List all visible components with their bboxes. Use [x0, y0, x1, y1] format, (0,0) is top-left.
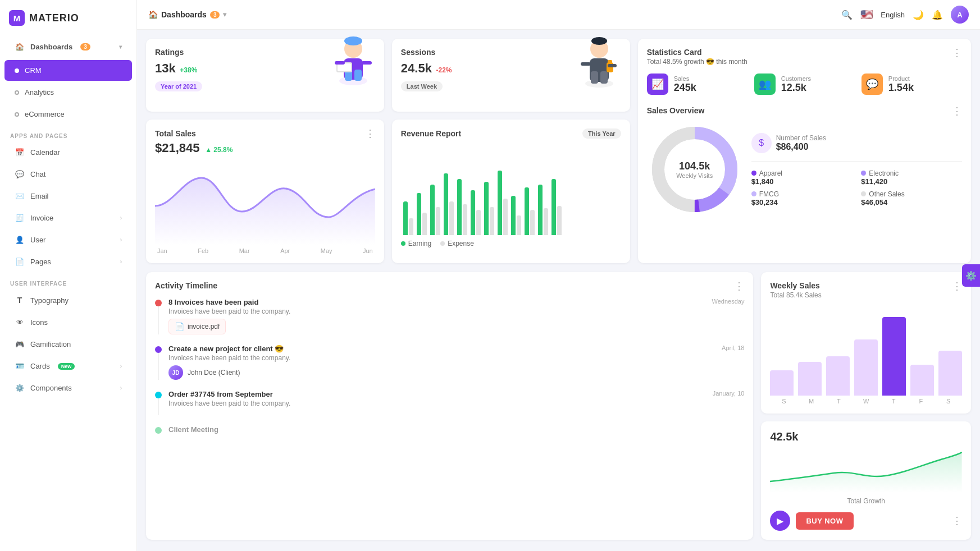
nav-label-cards: Cards [30, 362, 50, 370]
sidebar-item-ecommerce[interactable]: eCommerce [4, 104, 132, 125]
sidebar-item-chat[interactable]: 💬 Chat [4, 164, 132, 185]
total-sales-menu[interactable]: ⋮ [365, 128, 375, 139]
sidebar-item-typography[interactable]: T Typography [4, 290, 132, 311]
topbar-right: 🔍 🇺🇸 English 🌙 🔔 A [841, 6, 969, 24]
x-m: M [797, 398, 825, 405]
nav-label-crm: CRM [25, 66, 42, 75]
sidebar-item-crm[interactable]: CRM [4, 60, 132, 81]
product-icon: 💬 [862, 74, 883, 95]
product-value: 1.54k [888, 82, 914, 94]
dashboards-label: Dashboards [30, 43, 72, 51]
sales-icon: 📈 [647, 74, 668, 95]
sidebar-item-email[interactable]: ✉️ Email [4, 186, 132, 206]
main-content: 🏠 Dashboards 3 ▾ 🔍 🇺🇸 English 🌙 🔔 A Rati… [137, 0, 980, 551]
x-label-mar: Mar [239, 247, 250, 254]
svg-rect-9 [362, 61, 372, 65]
cards-new-badge: New [58, 363, 75, 370]
sales-value: 245k [674, 82, 696, 94]
x-label-jan: Jan [157, 247, 167, 254]
bar-group-5 [457, 179, 467, 235]
customers-label: Customers [781, 75, 811, 82]
revenue-bar-chart [401, 145, 621, 235]
statistics-growth: Total 48.5% growth 😎 this month [647, 58, 747, 66]
pdf-icon: 📄 [175, 322, 184, 331]
svg-rect-12 [591, 71, 598, 84]
sales-overview-menu[interactable]: ⋮ [952, 106, 962, 116]
earning-dot [401, 241, 405, 246]
bar-group-9 [511, 196, 521, 235]
ratings-change: +38% [180, 66, 197, 74]
ratings-card: Ratings 13k +38% Year of 2021 [146, 39, 384, 112]
sidebar-dashboards[interactable]: 🏠 Dashboards 3 ▾ [4, 36, 132, 57]
svg-point-15 [591, 37, 607, 45]
sales-label: Sales [674, 75, 696, 82]
cards-icon: 🪪 [15, 362, 25, 370]
legend-item-fmcg: FMCG $30,234 [751, 190, 853, 206]
total-sales-chart [155, 161, 375, 245]
weekly-sales-menu[interactable]: ⋮ [952, 281, 962, 291]
bar-group-6 [471, 190, 481, 235]
sidebar-item-gamification[interactable]: 🎮 Gamification [4, 334, 132, 355]
nav-label-user: User [30, 236, 45, 244]
buy-now-button[interactable]: BUY NOW [796, 512, 853, 530]
buy-now-menu[interactable]: ⋮ [952, 515, 962, 527]
statistics-menu[interactable]: ⋮ [952, 48, 962, 58]
timeline-title-3: Order #37745 from September [168, 390, 273, 398]
dashboards-badge: 3 [80, 43, 90, 50]
logo-icon: M [9, 10, 25, 26]
topbar-badge: 3 [210, 11, 220, 19]
sidebar-item-pages[interactable]: 📄 Pages › [4, 251, 132, 272]
language-label: English [881, 11, 905, 19]
user-avatar[interactable]: A [951, 6, 969, 24]
settings-toggle[interactable]: ⚙️ [962, 264, 980, 287]
statistics-grid: 📈 Sales 245k 👥 Customers 12.5k 💬 [647, 74, 962, 95]
sidebar-item-cards[interactable]: 🪪 Cards New › [4, 356, 132, 376]
sidebar-item-icons[interactable]: 👁 Icons [4, 312, 132, 333]
sidebar-item-analytics[interactable]: Analytics [4, 82, 132, 103]
donut-center: 104.5k Weekly Visits [676, 160, 713, 179]
legend-expense: Expense [440, 240, 474, 247]
nav-label-calendar: Calendar [30, 148, 60, 157]
sidebar-item-user[interactable]: 👤 User › [4, 229, 132, 250]
x-w: W [853, 398, 880, 405]
customers-icon: 👥 [754, 74, 776, 95]
dollar-icon: $ [751, 133, 772, 153]
timeline-desc-1: Invoices have been paid to the company. [168, 307, 744, 315]
weekly-x-labels: S M T W T F S [770, 398, 962, 405]
activity-menu[interactable]: ⋮ [734, 281, 744, 291]
weekly-bar-s1 [770, 370, 794, 396]
total-sales-value: $21,845 [155, 141, 200, 155]
x-label-apr: Apr [280, 247, 290, 254]
notification-icon[interactable]: 🔔 [932, 10, 943, 20]
chat-icon: 💬 [15, 170, 25, 178]
timeline-date-1: Wednesday [712, 298, 745, 306]
search-icon[interactable]: 🔍 [841, 10, 853, 20]
bar-group-8 [498, 171, 508, 235]
logo-text: MATERIO [29, 12, 79, 24]
stats-sales: 📈 Sales 245k [647, 74, 747, 95]
x-s1: S [770, 398, 797, 405]
ratings-figure [328, 27, 379, 89]
total-sales-value-row: $21,845 ▲ 25.8% [155, 141, 375, 155]
topbar-dashboards[interactable]: 🏠 Dashboards 3 ▾ [148, 10, 226, 19]
sidebar-item-calendar[interactable]: 📅 Calendar [4, 142, 132, 163]
timeline-attachment-1: 📄 invoice.pdf [168, 319, 226, 334]
sessions-value: 24.5k [401, 61, 432, 75]
weekly-sales-subtitle: Total 85.4k Sales [770, 291, 821, 299]
timeline-item-2: Create a new project for client 😎 April,… [155, 345, 744, 380]
earning-label: Earning [408, 240, 431, 247]
customers-value: 12.5k [781, 82, 811, 94]
total-sales-card: Total Sales ⋮ $21,845 ▲ 25.8% [146, 120, 384, 263]
sidebar-item-components[interactable]: ⚙️ Components › [4, 378, 132, 398]
email-icon: ✉️ [15, 192, 25, 200]
svg-rect-8 [335, 61, 345, 65]
bar-group-1 [403, 201, 413, 235]
legend-item-other: Other Sales $46,054 [861, 190, 962, 206]
timeline-dot-1 [155, 300, 162, 306]
sidebar-item-invoice[interactable]: 🧾 Invoice › [4, 208, 132, 228]
sessions-badge: Last Week [401, 81, 443, 91]
svg-rect-18 [581, 62, 591, 66]
bar-group-4 [444, 173, 454, 235]
theme-toggle-icon[interactable]: 🌙 [913, 10, 924, 20]
weekly-bar-w [854, 339, 878, 396]
